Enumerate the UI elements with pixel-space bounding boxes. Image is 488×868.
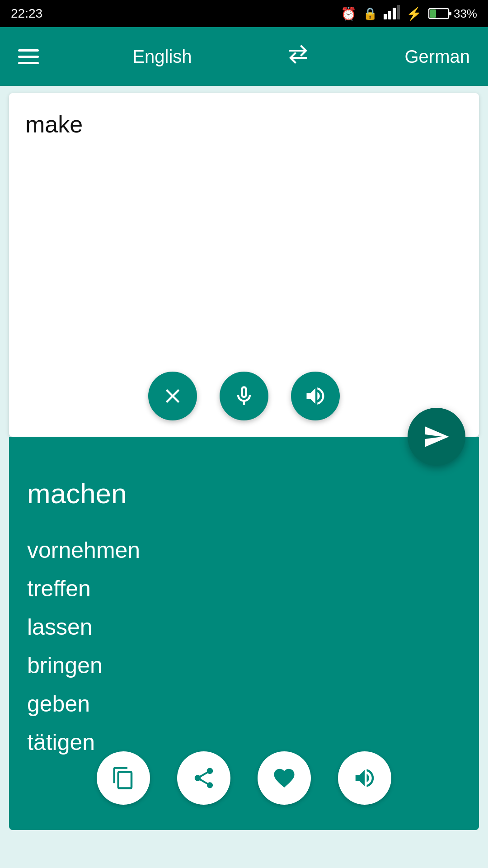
status-icons: ⏰ 🔒 ⚡ 33% [341,5,477,23]
result-actions [9,751,479,805]
clear-button[interactable] [148,372,197,420]
alt-translation-1[interactable]: vornehmen [27,531,461,570]
nav-bar: English German [0,27,488,86]
microphone-button[interactable] [220,372,268,420]
alt-translation-2[interactable]: treffen [27,570,461,608]
speak-input-button[interactable] [291,372,340,420]
share-button[interactable] [177,751,230,805]
input-actions [9,372,479,420]
menu-button[interactable] [18,49,39,64]
svg-rect-6 [449,12,451,15]
alarm-icon: ⏰ [341,6,357,21]
svg-rect-1 [388,11,391,19]
alt-translation-5[interactable]: geben [27,685,461,723]
alternative-translations: vornehmen treffen lassen bringen geben t… [27,531,461,762]
svg-rect-0 [384,14,387,19]
alt-translation-4[interactable]: bringen [27,646,461,685]
alt-translation-3[interactable]: lassen [27,608,461,646]
charging-icon: ⚡ [406,6,422,21]
source-language[interactable]: English [132,47,192,67]
time-display: 22:23 [11,6,42,21]
main-translation[interactable]: machen [27,477,461,509]
input-area[interactable]: make [9,93,479,437]
input-text[interactable]: make [25,109,463,140]
swap-languages-button[interactable] [286,42,311,71]
favorite-button[interactable] [258,751,311,805]
input-container: make mach [0,93,488,830]
translate-button[interactable] [408,408,465,466]
copy-button[interactable] [97,751,150,805]
target-language[interactable]: German [404,47,470,67]
svg-rect-2 [393,8,396,19]
battery-icon: 33% [428,7,477,21]
lock-icon: 🔒 [363,7,377,21]
svg-rect-5 [430,9,436,18]
speak-result-button[interactable] [338,751,391,805]
result-area: machen vornehmen treffen lassen bringen … [9,437,479,830]
svg-rect-3 [397,5,400,19]
status-bar: 22:23 ⏰ 🔒 ⚡ 33% [0,0,488,27]
signal-icon [384,5,400,23]
